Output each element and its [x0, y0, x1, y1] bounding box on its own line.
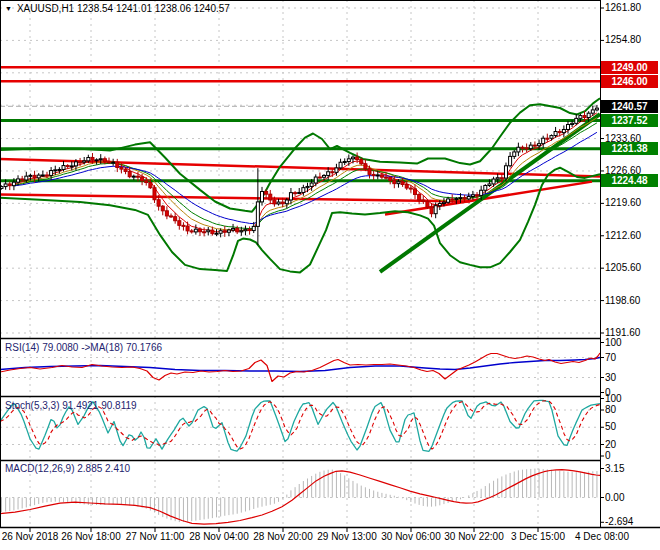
- candle-body: [178, 221, 181, 226]
- candle-body: [41, 175, 44, 176]
- candle-body: [83, 161, 86, 162]
- stoch-axis-label: 80: [605, 404, 616, 416]
- candle-body: [455, 199, 458, 200]
- candle-body: [554, 131, 557, 135]
- macd-axis-label: -2.694: [605, 516, 633, 528]
- candle-body: [480, 190, 483, 195]
- candle-body: [579, 116, 582, 119]
- candle-body: [248, 229, 251, 230]
- time-axis-label: 30 Nov 22:00: [444, 531, 504, 542]
- candle-body: [281, 202, 284, 204]
- macd-axis-label: 3.15: [605, 463, 624, 475]
- price-badge: 1231.38: [601, 142, 658, 155]
- price-axis-label: 1198.60: [605, 295, 640, 307]
- candle-body: [269, 194, 272, 200]
- price-badge: 1224.48: [601, 174, 658, 187]
- candle-body: [207, 230, 210, 232]
- candle-body: [95, 160, 98, 161]
- candle-body: [430, 207, 433, 213]
- candle-body: [368, 169, 371, 175]
- candle-body: [153, 188, 156, 200]
- bollinger-lower-band: [0, 168, 600, 273]
- candle-body: [132, 176, 135, 177]
- rsi-indicator-label: RSI(14) 79.0080 ->MA(18) 70.1766: [5, 342, 162, 353]
- candle-body: [335, 168, 338, 172]
- candle-body: [463, 198, 466, 199]
- candle-body: [542, 138, 545, 143]
- candle-body: [467, 196, 470, 199]
- candle-body: [252, 226, 255, 230]
- candle-body: [136, 176, 139, 177]
- candle-body: [116, 162, 119, 167]
- candle-body: [401, 182, 404, 185]
- price-badge: 1246.00: [601, 75, 658, 88]
- candle-body: [546, 138, 549, 139]
- candle-body: [351, 157, 354, 159]
- candle-body: [12, 182, 15, 186]
- candle-body: [571, 123, 574, 124]
- candle-body: [37, 175, 40, 178]
- candle-body: [120, 167, 123, 169]
- symbol-dropdown-icon[interactable]: ▼: [5, 4, 12, 14]
- candle-body: [558, 131, 561, 132]
- candle-body: [182, 225, 185, 226]
- candle-body: [397, 182, 400, 184]
- candle-body: [29, 175, 32, 176]
- stoch-axis-label: 20: [605, 439, 616, 451]
- candle-body: [149, 183, 152, 188]
- price-axis-label: 1261.80: [605, 2, 641, 14]
- candle-body: [327, 172, 330, 176]
- candle-body: [256, 202, 259, 226]
- candle-body: [504, 166, 507, 178]
- candle-body: [538, 144, 541, 146]
- candle-body: [79, 162, 82, 163]
- candle-body: [54, 170, 57, 171]
- candle-body: [62, 166, 65, 170]
- candle-body: [273, 200, 276, 204]
- candle-body: [380, 175, 383, 177]
- price-badge: 1237.52: [601, 114, 658, 127]
- candle-body: [108, 162, 111, 163]
- rsi-axis-label: 30: [605, 372, 616, 384]
- candle-body: [289, 193, 292, 200]
- candle-body: [240, 231, 243, 232]
- candle-body: [533, 145, 536, 146]
- mt4-chart-window: ▼ XAUUSD,H1 1238.54 1241.01 1238.06 1240…: [0, 0, 660, 550]
- candle-body: [422, 200, 425, 201]
- candle-body: [74, 162, 77, 166]
- candle-body: [360, 159, 363, 163]
- candle-body: [190, 231, 193, 232]
- price-axis-label: 1205.60: [605, 262, 641, 274]
- candle-body: [476, 195, 479, 196]
- candle-body: [294, 193, 297, 194]
- stoch-axis-label: 100: [605, 393, 622, 405]
- candle-body: [509, 156, 512, 165]
- candle-body: [50, 171, 53, 176]
- candle-body: [70, 166, 73, 167]
- price-axis-label: 1254.80: [605, 34, 641, 46]
- price-axis-label: 1219.60: [605, 197, 641, 209]
- candle-body: [513, 152, 516, 156]
- candle-body: [141, 177, 144, 181]
- candle-body: [203, 232, 206, 233]
- candle-body: [451, 199, 454, 200]
- candle-body: [244, 229, 247, 230]
- candle-body: [211, 230, 214, 234]
- candle-body: [488, 184, 491, 186]
- candle-body: [550, 136, 553, 139]
- candle-body: [318, 177, 321, 178]
- candle-body: [157, 200, 160, 206]
- candle-body: [339, 162, 342, 168]
- candle-body: [376, 175, 379, 176]
- chart-title: ▼ XAUUSD,H1 1238.54 1241.01 1238.06 1240…: [5, 3, 230, 14]
- candle-body: [529, 145, 532, 149]
- candle-body: [298, 192, 301, 193]
- candle-body: [323, 175, 326, 177]
- trend-line: [385, 182, 592, 215]
- time-axis-label: 29 Nov 13:00: [317, 531, 377, 542]
- candle-body: [58, 169, 61, 170]
- candle-body: [372, 174, 375, 175]
- candle-body: [347, 159, 350, 162]
- candle-body: [426, 201, 429, 207]
- candle-body: [434, 206, 437, 214]
